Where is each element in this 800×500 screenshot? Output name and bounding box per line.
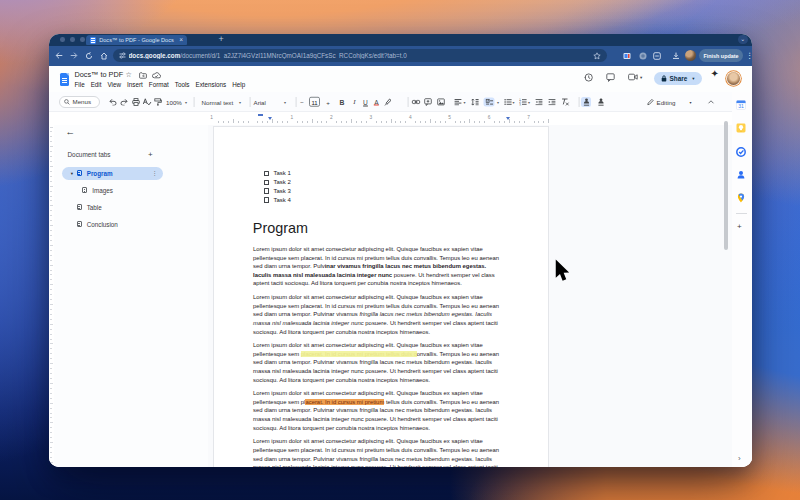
checkbox-icon[interactable] [264, 188, 269, 193]
editing-mode-select[interactable]: Editing ▾ [647, 98, 692, 105]
tab-search-icon[interactable]: ⌄ [738, 35, 748, 45]
line-spacing-icon[interactable] [471, 98, 479, 105]
meet-camera-icon[interactable] [628, 73, 638, 81]
bookmark-star-icon[interactable] [593, 52, 601, 60]
increase-indent-icon[interactable] [548, 98, 556, 105]
underline-icon[interactable]: U [363, 98, 368, 105]
zoom-select[interactable]: 100% [166, 98, 182, 105]
omnibox[interactable]: docs.google.com/document/d/1_a2JZ7i4GVzI… [113, 49, 607, 63]
bold-icon[interactable]: B [340, 98, 345, 105]
spellcheck-icon[interactable] [142, 98, 151, 106]
tab-expand-caret-icon[interactable]: ▾ [68, 171, 77, 176]
sidebar-tab-conclusion[interactable]: Conclusion [62, 218, 163, 232]
comment-history-icon[interactable] [606, 73, 615, 82]
redo-icon[interactable] [120, 98, 128, 105]
text-line: sed diam urna tempor. Pulvinar vivamus f… [253, 456, 513, 465]
version-history-icon[interactable] [584, 73, 593, 82]
url-host: docs.google.com [129, 52, 181, 59]
paint-format-icon[interactable] [154, 98, 162, 106]
tab-close-icon[interactable]: × [179, 37, 183, 44]
paragraph-1[interactable]: Lorem ipsum dolor sit amet consectetur a… [253, 246, 513, 289]
share-lock-icon [661, 75, 667, 82]
increase-font-size-button[interactable]: + [326, 98, 330, 105]
text-line: pellentesque sem placerat. In id cursus … [253, 255, 513, 264]
checkbox-icon[interactable] [264, 180, 269, 185]
keep-icon[interactable] [736, 123, 746, 133]
extension-icon-2[interactable] [639, 52, 647, 60]
get-addons-button[interactable]: + [737, 222, 742, 231]
traffic-light-zoom-icon[interactable] [80, 37, 85, 42]
extension-icon-1[interactable] [623, 52, 631, 60]
maps-icon[interactable] [736, 193, 746, 203]
checkbox-icon[interactable] [264, 197, 269, 202]
decrease-indent-icon[interactable] [535, 98, 543, 105]
forward-icon[interactable] [67, 52, 82, 59]
paragraph-5[interactable]: Lorem ipsum dolor sit amet consectetur a… [253, 438, 513, 466]
toolbar-search-menus[interactable]: Menus [59, 96, 100, 108]
italic-icon[interactable]: I [353, 98, 355, 106]
gemini-sparkle-icon[interactable]: ✦ [711, 68, 719, 79]
share-caret-icon[interactable]: ▾ [692, 76, 694, 81]
account-avatar[interactable] [727, 72, 740, 85]
home-icon[interactable] [97, 52, 112, 60]
insert-image-icon[interactable] [437, 98, 445, 106]
text-color-icon[interactable]: A [374, 98, 378, 105]
ruler-number: 1 [210, 115, 213, 120]
browser-tab-active[interactable]: Docs™ to PDF - Google Docs × [86, 35, 187, 45]
contacts-icon[interactable] [736, 170, 746, 180]
browser-profile-avatar[interactable] [685, 50, 696, 61]
paragraph-style-select[interactable]: Normal text [202, 98, 234, 105]
calendar-icon[interactable]: 31 [736, 100, 746, 110]
traffic-light-minimize-icon[interactable] [70, 37, 75, 42]
add-tab-button[interactable]: + [148, 150, 153, 159]
paragraph-2[interactable]: Lorem ipsum dolor sit amet consectetur a… [253, 294, 513, 337]
highlight-color-icon[interactable] [384, 98, 392, 106]
download-icon[interactable] [672, 52, 680, 60]
sidebar-tab-table[interactable]: Table [62, 201, 163, 215]
print-icon[interactable] [132, 98, 140, 106]
sidebar-tab-program[interactable]: ▾Program⋮ [62, 167, 163, 181]
checklist-label: Task 1 [274, 170, 291, 176]
share-button[interactable]: Share ▾ [654, 72, 702, 86]
text-line: Lorem ipsum dolor sit amet consectetur a… [253, 246, 513, 255]
reload-icon[interactable] [82, 52, 97, 60]
paragraph-4[interactable]: Lorem ipsum dolor sit amet consectetur a… [253, 390, 513, 433]
align-icon[interactable] [454, 98, 462, 105]
meet-caret-icon[interactable]: ▾ [640, 75, 642, 80]
numbered-list-icon[interactable]: 1.2.3. [519, 98, 527, 105]
tasks-icon[interactable] [736, 147, 746, 157]
checklist-icon[interactable] [484, 97, 495, 106]
decrease-font-size-button[interactable]: − [300, 98, 304, 105]
vertical-scrollbar[interactable] [724, 121, 728, 250]
add-comment-icon[interactable] [424, 98, 432, 106]
sidebar-back-icon[interactable]: ← [66, 126, 76, 137]
clear-formatting-icon[interactable] [560, 98, 569, 106]
document-page[interactable]: Task 1Task 2Task 3Task 4 Program Lorem i… [213, 126, 549, 467]
sidebar-tab-images[interactable]: Images [68, 184, 169, 198]
text-line: aptent taciti sociosqu. Ad litora torque… [253, 280, 513, 289]
new-tab-button[interactable]: + [219, 34, 224, 44]
side-panel-icon[interactable] [653, 52, 661, 60]
sidebar-title: Document tabs [68, 151, 111, 158]
paragraph-3[interactable]: Lorem ipsum dolor sit amet consectetur a… [253, 342, 513, 385]
insert-link-icon[interactable] [411, 99, 420, 105]
tab-options-icon[interactable]: ⋮ [152, 170, 158, 176]
undo-icon[interactable] [109, 98, 117, 105]
person-tool-active-icon[interactable] [581, 97, 591, 107]
text-line: pellentesque sem placerat. In id cursus … [253, 303, 513, 312]
font-family-select[interactable]: Arial [254, 98, 266, 105]
tab-document-icon [77, 221, 82, 227]
checkbox-icon[interactable] [264, 171, 269, 176]
bulleted-list-icon[interactable] [504, 98, 512, 105]
back-icon[interactable] [52, 52, 67, 59]
panel-toggle-icon[interactable]: › [738, 454, 741, 463]
first-line-indent-marker[interactable] [258, 114, 263, 116]
traffic-light-close-icon[interactable] [60, 37, 65, 42]
browser-menu-icon[interactable]: ⋮ [746, 51, 751, 60]
document-heading[interactable]: Program [253, 220, 308, 236]
finish-update-button[interactable]: Finish update [699, 49, 743, 62]
hide-menus-icon[interactable] [707, 99, 714, 104]
person-tool-icon[interactable] [597, 98, 604, 106]
site-settings-icon[interactable] [119, 52, 126, 59]
font-size-field[interactable]: 11 [309, 96, 320, 107]
